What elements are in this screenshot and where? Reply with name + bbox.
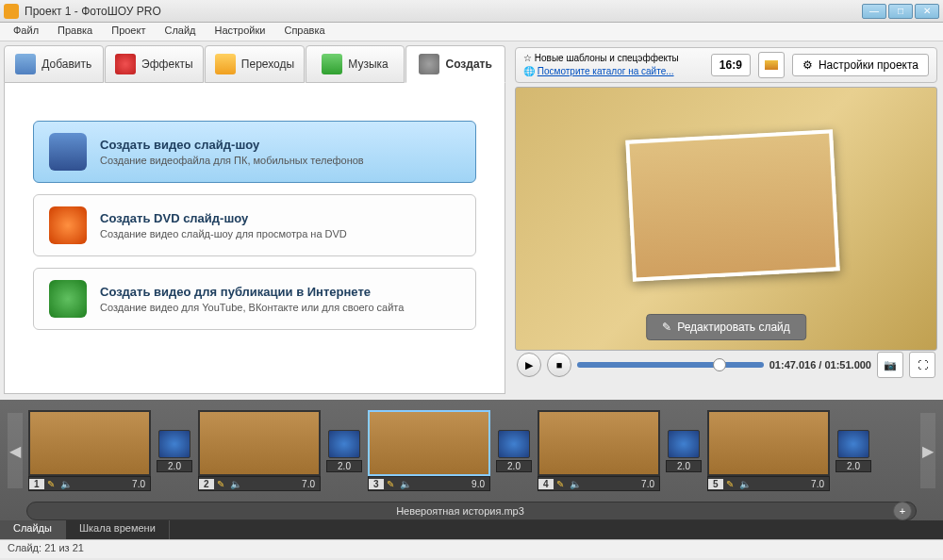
tab-transitions[interactable]: Переходы <box>205 45 305 83</box>
timeline-slide[interactable]: 4✎🔈7.0 <box>538 410 660 491</box>
reel-icon <box>419 54 439 74</box>
transition-item[interactable]: 2.0 <box>326 430 362 472</box>
menubar: Файл Правка Проект Слайд Настройки Справ… <box>0 23 943 41</box>
option-title: Создать видео слайд-шоу <box>100 138 364 152</box>
timeline-prev[interactable]: ◀ <box>8 413 23 488</box>
info-bar: ☆ Новые шаблоны и спецэффекты 🌐 Посмотри… <box>515 47 937 83</box>
slide-thumb[interactable] <box>707 410 830 476</box>
transition-thumb[interactable] <box>158 430 190 458</box>
option-title: Создать видео для публикации в Интернете <box>100 285 404 299</box>
time-display: 01:47.016 / 01:51.000 <box>769 359 871 371</box>
video-icon <box>49 133 87 171</box>
snapshot-button[interactable]: 📷 <box>877 352 903 378</box>
timeline-next[interactable]: ▶ <box>920 413 935 488</box>
pencil-icon: ✎ <box>662 321 671 334</box>
pencil-icon: ✎ <box>554 479 567 489</box>
audio-filename: Невероятная история.mp3 <box>27 505 893 517</box>
view-tabs: Слайды Шкала времени <box>0 520 943 539</box>
option-title: Создать DVD слайд-шоу <box>100 211 347 225</box>
seek-bar[interactable] <box>577 362 764 368</box>
timeline-slide[interactable]: 2✎🔈7.0 <box>198 410 321 491</box>
preview-area: ✎Редактировать слайд <box>515 87 937 351</box>
transition-item[interactable]: 2.0 <box>157 430 192 472</box>
fullscreen-button[interactable]: ⛶ <box>909 352 935 378</box>
timeline-slide[interactable]: 3✎🔈9.0 <box>368 410 490 491</box>
stop-button[interactable]: ■ <box>547 353 571 377</box>
transition-thumb[interactable] <box>837 430 869 458</box>
player-controls: ▶ ■ 01:47.016 / 01:51.000 📷 ⛶ <box>515 351 937 379</box>
timeline-slide[interactable]: 5✎🔈7.0 <box>707 410 830 491</box>
star-icon <box>215 54 236 74</box>
option-create-web[interactable]: Создать видео для публикации в Интернете… <box>33 268 476 330</box>
preview-photo <box>625 129 840 281</box>
audio-track[interactable]: Невероятная история.mp3 + <box>26 502 917 520</box>
tab-add[interactable]: Добавить <box>4 45 104 83</box>
pencil-icon: ✎ <box>214 479 227 489</box>
transition-thumb[interactable] <box>498 430 530 458</box>
titlebar: Проект 1 - ФотоШОУ PRO — □ ✕ <box>0 0 943 23</box>
window-title: Проект 1 - ФотоШОУ PRO <box>25 5 862 18</box>
menu-slide[interactable]: Слайд <box>155 23 205 41</box>
pencil-icon: ✎ <box>44 479 58 489</box>
menu-help[interactable]: Справка <box>274 23 334 41</box>
aspect-ratio-button[interactable]: 16:9 <box>711 54 751 76</box>
transition-thumb[interactable] <box>328 430 360 458</box>
speaker-icon: 🔈 <box>736 479 753 489</box>
option-desc: Создание видео слайд-шоу для просмотра н… <box>100 228 347 239</box>
gear-icon: ⚙ <box>802 58 813 72</box>
music-icon <box>322 54 342 74</box>
picture-icon <box>765 60 778 70</box>
camera-icon: 📷 <box>884 359 897 371</box>
pencil-icon: ✎ <box>723 479 736 489</box>
slide-thumb[interactable] <box>538 410 660 476</box>
transition-item[interactable]: 2.0 <box>835 430 871 472</box>
main-tabs: Добавить Эффекты Переходы Музыка Создать <box>4 45 505 83</box>
background-button[interactable] <box>758 52 785 78</box>
minimize-button[interactable]: — <box>862 4 886 19</box>
edit-slide-button[interactable]: ✎Редактировать слайд <box>646 314 806 340</box>
app-icon <box>4 4 19 19</box>
menu-project[interactable]: Проект <box>102 23 155 41</box>
seek-thumb[interactable] <box>713 358 726 371</box>
speaker-icon: 🔈 <box>397 479 414 489</box>
globe-icon <box>49 280 87 318</box>
tab-effects[interactable]: Эффекты <box>105 45 205 83</box>
info-line1: ☆ Новые шаблоны и спецэффекты <box>523 52 703 65</box>
speaker-icon: 🔈 <box>567 479 584 489</box>
speaker-icon: 🔈 <box>58 479 74 489</box>
tab-create[interactable]: Создать <box>405 45 505 83</box>
camera-icon <box>15 54 36 74</box>
transition-thumb[interactable] <box>668 430 700 458</box>
slide-thumb[interactable] <box>198 410 321 476</box>
palette-icon <box>115 54 136 74</box>
transition-item[interactable]: 2.0 <box>666 430 702 472</box>
speaker-icon: 🔈 <box>227 479 244 489</box>
pencil-icon: ✎ <box>384 479 397 489</box>
project-settings-button[interactable]: ⚙Настройки проекта <box>792 54 929 76</box>
slide-thumb[interactable] <box>28 410 151 476</box>
view-tab-slides[interactable]: Слайды <box>0 520 66 539</box>
option-desc: Создание видео для YouTube, ВКонтакте ил… <box>100 302 404 313</box>
timeline: ◀ 1✎🔈7.0 2.0 2✎🔈7.0 2.0 3✎🔈9.0 2.0 4✎🔈7.… <box>0 400 943 539</box>
option-create-video[interactable]: Создать видео слайд-шоу Создание видеофа… <box>33 121 476 183</box>
tab-music[interactable]: Музыка <box>306 45 405 83</box>
maximize-button[interactable]: □ <box>888 4 913 19</box>
option-create-dvd[interactable]: Создать DVD слайд-шоу Создание видео сла… <box>33 194 476 256</box>
transition-item[interactable]: 2.0 <box>496 430 532 472</box>
statusbar: Слайд: 21 из 21 <box>0 539 943 558</box>
play-button[interactable]: ▶ <box>517 353 541 377</box>
menu-edit[interactable]: Правка <box>48 23 102 41</box>
tab-content-create: Создать видео слайд-шоу Создание видеофа… <box>4 83 505 394</box>
view-tab-timeline[interactable]: Шкала времени <box>66 520 170 539</box>
dvd-icon <box>49 206 87 244</box>
fullscreen-icon: ⛶ <box>918 359 928 371</box>
add-audio-button[interactable]: + <box>893 502 912 520</box>
info-line2[interactable]: 🌐 Посмотрите каталог на сайте... <box>523 65 703 78</box>
menu-file[interactable]: Файл <box>4 23 48 41</box>
slide-thumb[interactable] <box>368 410 490 476</box>
menu-settings[interactable]: Настройки <box>206 23 275 41</box>
option-desc: Создание видеофайла для ПК, мобильных те… <box>100 155 364 166</box>
timeline-slide[interactable]: 1✎🔈7.0 <box>28 410 151 491</box>
close-button[interactable]: ✕ <box>915 4 939 19</box>
